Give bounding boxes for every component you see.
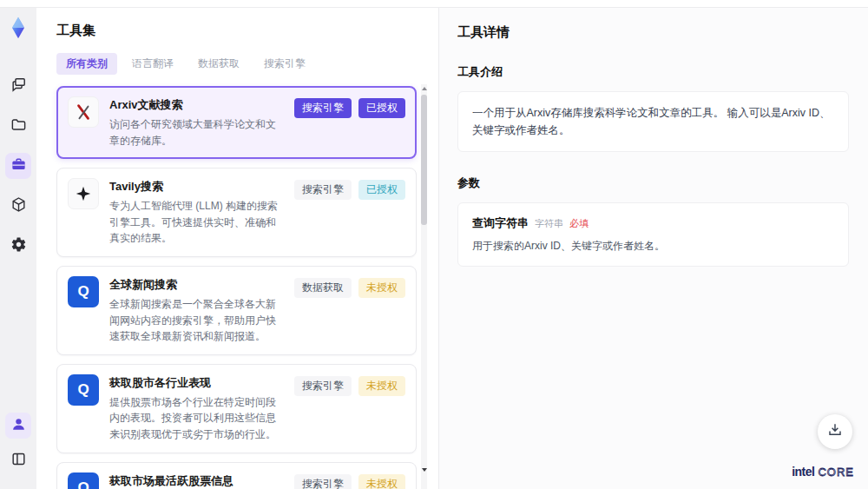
tool-description: 全球新闻搜索是一个聚合全球各大新闻网站内容的搜索引擎，帮助用户快速获取全球最新资… (109, 296, 284, 345)
category-badge: 搜索引擎 (294, 180, 352, 200)
tab-category-1[interactable]: 语言翻译 (122, 53, 183, 75)
param-type: 字符串 (535, 217, 563, 230)
window-top-strip (0, 0, 868, 7)
sidebar-item-files[interactable] (5, 113, 31, 139)
intel-brand-text: intel (792, 465, 814, 479)
tool-name: Arxiv文献搜索 (109, 97, 284, 113)
scrollbar-thumb[interactable] (421, 95, 427, 225)
tool-name: Tavily搜索 (109, 179, 284, 195)
category-badge: 搜索引擎 (294, 474, 352, 489)
auth-status-badge: 未授权 (358, 278, 405, 298)
page-title: 工具集 (56, 23, 438, 39)
param-desc: 用于搜索的Arxiv ID、关键字或作者姓名。 (472, 239, 834, 254)
settings-gear-icon (10, 236, 27, 256)
sidebar-item-toolbox[interactable] (5, 153, 31, 179)
auth-status-badge: 已授权 (358, 180, 405, 200)
tool-card-2[interactable]: Q全球新闻搜索全球新闻搜索是一个聚合全球各大新闻网站内容的搜索引擎，帮助用户快速… (56, 266, 417, 355)
tool-name: 全球新闻搜索 (109, 277, 284, 293)
scrollbar-up-arrow-icon[interactable] (422, 87, 427, 90)
left-rail (0, 8, 36, 489)
param-box: 查询字符串 字符串 必填 用于搜索的Arxiv ID、关键字或作者姓名。 (457, 202, 849, 267)
news-q-logo: Q (68, 374, 99, 406)
list-scrollbar[interactable] (421, 84, 427, 489)
folder-icon (10, 116, 27, 136)
sidebar-item-chat[interactable] (5, 73, 31, 99)
sidebar-item-account[interactable] (5, 413, 31, 439)
user-avatar-icon (10, 416, 27, 436)
tab-category-3[interactable]: 搜索引擎 (254, 53, 315, 75)
auth-status-badge: 未授权 (358, 376, 405, 396)
param-name: 查询字符串 (472, 215, 529, 231)
sidebar-item-settings[interactable] (5, 233, 31, 259)
arxiv-logo (68, 96, 99, 128)
tool-description: 访问各个研究领域大量科学论文和文章的存储库。 (109, 116, 284, 149)
tool-description: 提供股票市场各个行业在特定时间段内的表现。投资者可以利用这些信息来识别表现优于或… (109, 394, 284, 443)
tab-category-2[interactable]: 数据获取 (188, 53, 249, 75)
toolbox-icon (10, 156, 27, 176)
param-required-badge: 必填 (569, 217, 589, 230)
download-button[interactable] (818, 414, 852, 449)
chat-icon (10, 76, 27, 96)
intro-heading: 工具介绍 (457, 64, 849, 80)
detail-title: 工具详情 (457, 24, 849, 41)
tool-detail-pane: 工具详情 工具介绍 一个用于从Arxiv存储库搜索科学论文和文章的工具。 输入可… (438, 8, 868, 489)
tool-name: 获取股市各行业表现 (109, 375, 284, 391)
core-brand-text: core (818, 466, 854, 479)
panel-toggle-icon (10, 451, 27, 471)
app-window: 工具集 所有类别语言翻译数据获取搜索引擎 Arxiv文献搜索访问各个研究领域大量… (0, 7, 868, 489)
sidebar-item-panel-toggle[interactable] (5, 447, 31, 473)
tool-cards-list: Arxiv文献搜索访问各个研究领域大量科学论文和文章的存储库。搜索引擎已授权Ta… (56, 86, 417, 489)
tool-card-1[interactable]: Tavily搜索专为人工智能代理 (LLM) 构建的搜索引擎工具。可快速提供实时… (56, 168, 417, 257)
category-badge: 搜索引擎 (294, 98, 352, 118)
category-badge: 搜索引擎 (294, 376, 352, 396)
intro-text: 一个用于从Arxiv存储库搜索科学论文和文章的工具。 输入可以是Arxiv ID… (472, 104, 834, 139)
params-heading: 参数 (457, 175, 849, 191)
tab-all-categories[interactable]: 所有类别 (56, 53, 117, 75)
tool-description: 专为人工智能代理 (LLM) 构建的搜索引擎工具。可快速提供实时、准确和真实的结… (109, 198, 284, 247)
category-badge: 数据获取 (294, 278, 352, 298)
tool-name: 获取市场最活跃股票信息 (109, 473, 284, 489)
intel-core-logo: intel core (792, 465, 854, 479)
download-icon (827, 422, 843, 441)
tool-card-4[interactable]: Q获取市场最活跃股票信息提供当天交易量最高的股票列表，投资者可以利用这些信息来识… (56, 462, 417, 489)
intro-box: 一个用于从Arxiv存储库搜索科学论文和文章的工具。 输入可以是Arxiv ID… (457, 91, 849, 152)
news-q-logo: Q (68, 472, 99, 489)
scrollbar-down-arrow-icon[interactable] (422, 468, 427, 472)
app-logo-icon (6, 16, 30, 40)
category-tabs: 所有类别语言翻译数据获取搜索引擎 (56, 53, 438, 75)
tool-list-pane: 工具集 所有类别语言翻译数据获取搜索引擎 Arxiv文献搜索访问各个研究领域大量… (36, 8, 438, 489)
tool-card-3[interactable]: Q获取股市各行业表现提供股票市场各个行业在特定时间段内的表现。投资者可以利用这些… (56, 364, 417, 453)
news-q-logo: Q (68, 276, 99, 307)
tavily-star-logo (68, 178, 99, 209)
auth-status-badge: 已授权 (358, 98, 405, 118)
sidebar-item-models[interactable] (5, 193, 31, 219)
cube-icon (10, 196, 27, 216)
tool-card-0[interactable]: Arxiv文献搜索访问各个研究领域大量科学论文和文章的存储库。搜索引擎已授权 (56, 86, 417, 159)
auth-status-badge: 未授权 (358, 474, 405, 489)
